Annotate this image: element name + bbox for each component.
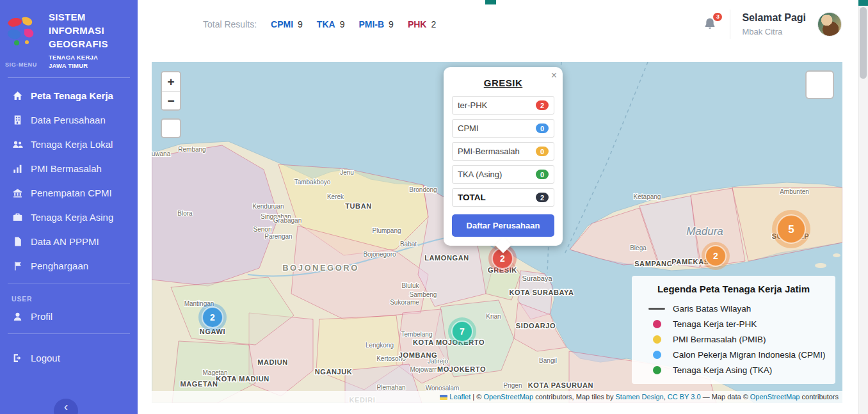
sidebar-item-peta-tenaga-kerja[interactable]: Peta Tenaga Kerja xyxy=(0,83,138,107)
attribution-link[interactable]: Leaflet xyxy=(449,393,470,401)
legend-item-label: Calon Pekerja Migran Indonesia (CPMI) xyxy=(673,350,826,360)
stat-pmi-b[interactable]: PMI-B9 xyxy=(358,19,393,29)
map-label-lamongan: LAMONGAN xyxy=(424,254,469,262)
attribution-link[interactable]: Stamen Design xyxy=(615,393,663,401)
attribution-text: contributors, Map tiles by xyxy=(533,393,615,401)
popup-row-label: TKA (Asing) xyxy=(458,170,502,179)
legend-items: Garis Batas WilayahTenaga Kerja ter-PHKP… xyxy=(641,301,826,378)
sidebar-item-label: Penempatan CPMI xyxy=(31,187,112,198)
map-label-brondong: Brondong xyxy=(409,186,437,193)
stat-cpmi[interactable]: CPMI9 xyxy=(271,19,303,29)
sidebar-item-pmi-bermasalah[interactable]: PMI Bermasalah xyxy=(0,156,138,180)
sidebar-collapse-button[interactable]: ‹ xyxy=(54,399,78,414)
stat-value: 9 xyxy=(389,19,394,29)
stat-tka[interactable]: TKA9 xyxy=(317,19,345,29)
map-label-blega: Blega xyxy=(630,244,647,251)
sidebar-item-logout[interactable]: Logout xyxy=(0,346,138,370)
map-popup-gresik: × GRESIK ter-PHK2CPMI0PMI-Bermasalah0TKA… xyxy=(444,67,563,246)
map-label-tambakboyo: Tambakboyo xyxy=(294,179,331,186)
sidebar-item-label: Penghargaan xyxy=(31,260,88,271)
legend-item-label: PMI Bermasalah (PMIB) xyxy=(673,335,766,344)
map-label-bojonegoro: Bojonegoro xyxy=(363,251,396,258)
cluster-marker-kota-mojokerto[interactable]: 7 xyxy=(448,317,476,346)
sidebar-item-penempatan-cpmi[interactable]: Penempatan CPMI xyxy=(0,180,138,205)
chevron-left-icon: ‹ xyxy=(64,399,68,414)
sidebar-divider xyxy=(8,77,130,78)
sidebar-item-tenaga-kerja-lokal[interactable]: Tenaga Kerja Lokal xyxy=(0,132,138,156)
legend-item-label: Tenaga Kerja ter-PHK xyxy=(673,319,757,329)
popup-row-ter-phk: ter-PHK2 xyxy=(452,96,554,115)
map-label-madura: Madura xyxy=(686,225,723,237)
avatar[interactable] xyxy=(817,12,842,36)
boundary-line-swatch xyxy=(648,308,665,310)
popup-row-pmi-bermasalah: PMI-Bermasalah0 xyxy=(452,142,554,161)
attribution-link[interactable]: OpenStreetMap xyxy=(750,393,800,401)
map-label-senori: Senori xyxy=(253,226,272,233)
map-label-lengkong: Lengkong xyxy=(366,342,394,349)
bank-icon xyxy=(12,187,23,198)
map-label-juwana: Juwana xyxy=(152,150,171,157)
logout-icon xyxy=(12,352,23,363)
close-icon[interactable]: × xyxy=(551,70,557,81)
attribution-link[interactable]: CC BY 3.0 xyxy=(668,393,701,401)
sidebar-item-penghargaan[interactable]: Penghargaan xyxy=(0,253,138,278)
sidebar-divider xyxy=(8,333,130,334)
map-label-grabagan: Grabagan xyxy=(273,217,301,224)
map-label-mojokerto: MOJOKERTO xyxy=(437,365,486,373)
map-label-nganjuk: NGANJUK xyxy=(315,368,353,376)
page-scrollbar[interactable] xyxy=(858,0,868,414)
cluster-marker-ngawi[interactable]: 2 xyxy=(198,303,227,331)
map-container[interactable]: JuwanaRembangBloraKenduruanSinggahanGrab… xyxy=(152,62,842,403)
sidebar-item-profil[interactable]: Profil xyxy=(0,304,138,328)
popup-row-label: PMI-Bermasalah xyxy=(458,147,520,156)
app-logo-icon xyxy=(4,14,37,47)
popup-title: GRESIK xyxy=(452,77,554,88)
map-label-kenduruan: Kenduruan xyxy=(253,203,284,210)
map-label-krian: Krian xyxy=(486,313,501,320)
notification-count-badge: 3 xyxy=(713,13,722,21)
scrollbar-corner xyxy=(858,0,868,6)
count-badge: 2 xyxy=(536,193,549,202)
svg-text:2: 2 xyxy=(210,312,215,322)
attribution-link[interactable]: OpenStreetMap xyxy=(483,393,533,401)
greeting-block: Selamat Pagi Mbak Citra xyxy=(742,12,806,36)
count-badge: 2 xyxy=(536,100,549,110)
user-icon xyxy=(12,310,23,322)
popup-row-tka-asing: TKA (Asing)0 xyxy=(452,165,554,184)
main-content: JuwanaRembangBloraKenduruanSinggahanGrab… xyxy=(138,48,858,414)
stat-phk[interactable]: PHK2 xyxy=(408,19,436,29)
map-label-rembang: Rembang xyxy=(178,146,205,153)
svg-text:7: 7 xyxy=(460,326,465,337)
zoom-out-button[interactable]: − xyxy=(162,91,180,109)
document-icon xyxy=(12,235,23,247)
svg-text:2: 2 xyxy=(713,251,718,261)
sidebar-item-data-an-pppmi[interactable]: Data AN PPPMI xyxy=(0,229,138,253)
stat-value: 2 xyxy=(431,19,436,29)
map-label-sambeng: Sambeng xyxy=(410,291,437,298)
cluster-marker-sumenep[interactable]: 5 xyxy=(772,210,810,248)
sidebar-item-data-perusahaan[interactable]: Data Perusahaan xyxy=(0,107,138,132)
map-label-kota-pasuruan: KOTA PASURUAN xyxy=(528,381,593,389)
map-label-kota-surabaya: KOTA SURABAYA xyxy=(509,289,574,296)
fullscreen-button[interactable] xyxy=(161,118,181,138)
layers-control-button[interactable] xyxy=(805,70,834,99)
app-title: SISTEM INFORMASI GEOGRAFIS xyxy=(49,10,131,51)
count-badge: 0 xyxy=(536,170,549,179)
cluster-marker-pamekasan[interactable]: 2 xyxy=(702,242,730,270)
scrollbar-thumb[interactable] xyxy=(860,7,867,79)
sidebar-item-tenaga-kerja-asing[interactable]: Tenaga Kerja Asing xyxy=(0,205,138,229)
zoom-in-button[interactable]: + xyxy=(162,72,180,91)
map-label-plumpang: Plumpang xyxy=(372,227,401,234)
top-header: Total Results: CPMI9TKA9PMI-B9PHK2 3 Sel… xyxy=(138,0,858,48)
header-stats: CPMI9TKA9PMI-B9PHK2 xyxy=(271,19,436,29)
ukraine-flag-icon xyxy=(440,395,447,400)
svg-text:5: 5 xyxy=(788,223,794,235)
map-label-plemahan: Plemahan xyxy=(376,384,405,391)
map-label-babat: Babat xyxy=(400,241,417,248)
notification-bell-button[interactable]: 3 xyxy=(703,17,718,32)
briefcase-icon xyxy=(12,211,23,223)
daftar-perusahaan-button[interactable]: Daftar Perusahaan xyxy=(452,214,554,237)
app-subtitle: TENAGA KERJA JAWA TIMUR xyxy=(49,53,131,70)
zoom-control: + − xyxy=(161,71,181,111)
legend-item-pmi-bermasalah-pmib: PMI Bermasalah (PMIB) xyxy=(641,331,826,347)
